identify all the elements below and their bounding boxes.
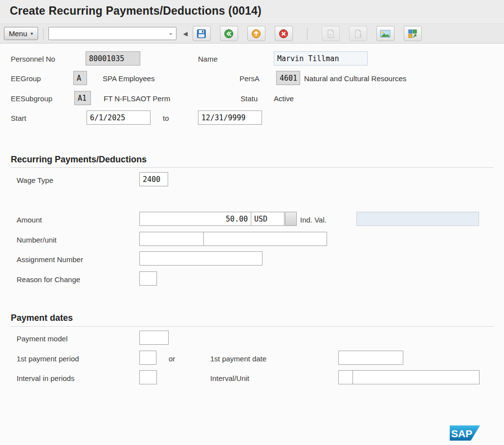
interval-field[interactable] xyxy=(338,370,353,384)
save-button[interactable] xyxy=(193,26,211,41)
collapse-arrow-button[interactable]: ◀ xyxy=(182,29,189,38)
pers-area-text: Natural and Cultural Resources xyxy=(304,74,406,83)
status-label: Statu xyxy=(241,94,258,103)
interval-in-periods-field[interactable] xyxy=(139,370,157,384)
section-divider xyxy=(11,326,494,327)
reason-for-change-label: Reason for Change xyxy=(17,275,80,284)
personnel-no-field[interactable] xyxy=(86,51,140,66)
landscape-icon xyxy=(380,29,391,39)
toolbar: Menu ▾ ⌄ ◀ xyxy=(0,23,504,44)
ee-group-text: SPA Employees xyxy=(103,74,154,83)
interval-in-periods-label: Interval in periods xyxy=(17,374,74,382)
form-area: Personnel No Name EEGroup SPA Employees … xyxy=(0,44,504,445)
doc-button-1 xyxy=(322,26,340,41)
assignment-number-field[interactable] xyxy=(139,251,263,266)
payment-model-field[interactable] xyxy=(139,331,169,345)
close-icon xyxy=(279,29,288,39)
first-payment-date-label: 1st payment date xyxy=(210,355,266,363)
back-button[interactable] xyxy=(220,26,238,41)
first-payment-date-field[interactable] xyxy=(338,351,403,365)
arrow-up-icon xyxy=(251,29,261,39)
number-field[interactable] xyxy=(139,232,204,246)
ind-val-field xyxy=(356,212,479,226)
ee-subgroup-text: FT N-FLSAOT Perm xyxy=(104,94,170,103)
doc-button-2 xyxy=(349,26,367,41)
amount-label: Amount xyxy=(17,216,42,224)
ee-group-label: EEGroup xyxy=(11,74,41,83)
double-chevron-left-icon xyxy=(224,29,234,39)
command-field[interactable]: ⌄ xyxy=(48,27,176,40)
name-label: Name xyxy=(198,55,218,63)
start-label: Start xyxy=(11,114,26,122)
cancel-button[interactable] xyxy=(275,26,293,41)
exit-button[interactable] xyxy=(247,26,265,41)
document-icon xyxy=(353,29,363,39)
interval-unit-label: Interval/Unit xyxy=(210,374,249,382)
page-title: Create Recurring Payments/Deductions (00… xyxy=(0,0,504,18)
personnel-no-label: Personnel No xyxy=(11,55,55,63)
end-date-field[interactable] xyxy=(198,111,262,125)
pers-area-field[interactable] xyxy=(276,71,300,85)
currency-matchcode-button[interactable] xyxy=(285,212,297,226)
menu-button-label: Menu xyxy=(9,29,27,38)
interval-unit-field[interactable] xyxy=(352,370,480,384)
section-title-recurring: Recurring Payments/Deductions xyxy=(11,155,147,165)
first-payment-period-field[interactable] xyxy=(139,351,156,365)
chevron-down-icon[interactable]: ⌄ xyxy=(168,29,174,36)
titlebar: Create Recurring Payments/Deductions (00… xyxy=(0,0,504,23)
sap-logo: SAP xyxy=(450,425,480,443)
or-label: or xyxy=(169,355,175,363)
unit-field[interactable] xyxy=(203,232,327,246)
structure-button[interactable] xyxy=(404,26,422,41)
status-value: Active xyxy=(274,94,294,103)
toolbar-icon-group xyxy=(193,26,422,41)
colored-squares-icon xyxy=(408,29,417,39)
toolbar-divider xyxy=(43,27,44,40)
ee-group-field[interactable] xyxy=(73,71,87,85)
currency-field[interactable] xyxy=(251,212,285,226)
payment-model-label: Payment model xyxy=(17,334,67,343)
section-divider xyxy=(11,167,494,168)
number-unit-label: Number/unit xyxy=(17,236,57,244)
menu-button[interactable]: Menu ▾ xyxy=(4,27,38,40)
reason-for-change-field[interactable] xyxy=(139,271,157,286)
wage-type-field[interactable] xyxy=(139,172,168,186)
section-title-payment-dates: Payment dates xyxy=(11,313,73,323)
to-label: to xyxy=(163,114,169,122)
overview-button[interactable] xyxy=(376,26,394,41)
start-date-field[interactable] xyxy=(87,111,151,125)
first-payment-period-label: 1st payment period xyxy=(17,355,79,363)
ind-val-label: Ind. Val. xyxy=(300,216,327,224)
toolbar-divider xyxy=(307,27,307,40)
wage-type-label: Wage Type xyxy=(17,176,53,184)
chevron-down-icon: ▾ xyxy=(31,31,33,36)
document-icon xyxy=(326,29,335,39)
name-field[interactable] xyxy=(274,51,368,66)
sap-logo-text: SAP xyxy=(451,428,472,439)
ee-subgroup-label: EESubgroup xyxy=(11,94,52,103)
command-input[interactable] xyxy=(49,27,176,40)
pers-area-label: PersA xyxy=(240,74,260,83)
save-icon xyxy=(197,29,206,39)
amount-field[interactable] xyxy=(139,212,251,226)
assignment-number-label: Assignment Number xyxy=(17,255,83,264)
ee-subgroup-field[interactable] xyxy=(74,91,91,105)
